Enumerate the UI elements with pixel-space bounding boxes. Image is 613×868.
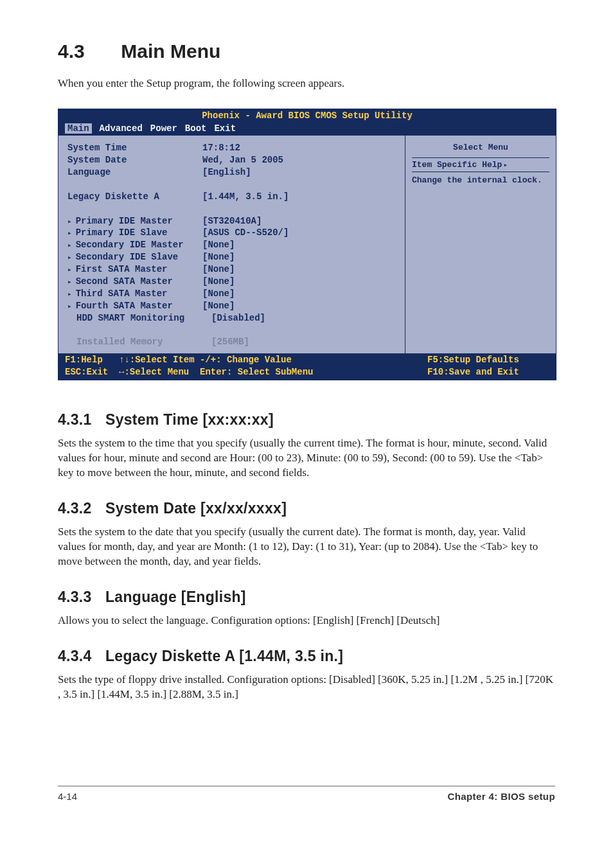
subsection-number: 4.3.1 xyxy=(58,410,105,430)
bios-row-label: Legacy Diskette A xyxy=(67,191,202,203)
bios-row: Secondary IDE Master[None] xyxy=(67,239,405,251)
bios-row: System Time17:8:12 xyxy=(67,142,405,154)
bios-row: Legacy Diskette A[1.44M, 3.5 in.] xyxy=(67,191,405,203)
page-footer: 4-14 Chapter 4: BIOS setup xyxy=(58,786,555,803)
footer-l1c: F5:Setup Defaults xyxy=(427,355,519,365)
bios-menubar: MainAdvancedPowerBootExit xyxy=(58,123,556,136)
bios-row: HDD SMART Monitoring[Disabled] xyxy=(67,312,405,324)
bios-row-value: [256MB] xyxy=(211,336,405,348)
help-text: Change the internal clock. xyxy=(412,175,549,186)
footer-l2b: Enter: Select SubMenu xyxy=(200,367,313,377)
page-title: 4.3 Main Menu xyxy=(58,39,555,65)
bios-title: Phoenix - Award BIOS CMOS Setup Utility xyxy=(58,109,556,123)
bios-row-label: Installed Memory xyxy=(67,336,211,348)
subsection-title: Legacy Diskette A [1.44M, 3.5 in.] xyxy=(105,648,343,664)
subsection-title: System Time [xx:xx:xx] xyxy=(105,411,274,428)
bios-row-value: [None] xyxy=(202,276,405,288)
bios-row-value: [None] xyxy=(202,251,405,263)
bios-row-value: [1.44M, 3.5 in.] xyxy=(202,191,405,203)
page-number: 4-14 xyxy=(58,790,77,803)
bios-row: Installed Memory[256MB] xyxy=(67,336,405,348)
bios-row-label: Secondary IDE Slave xyxy=(67,251,202,263)
bios-row-label: Primary IDE Master xyxy=(67,215,202,227)
bios-help-panel: Select Menu Item Specific Help Change th… xyxy=(405,136,556,353)
bios-footer: F1:Help ↑↓:Select ItemESC:Exit ↔:Select … xyxy=(58,353,556,380)
bios-row-value: [Disabled] xyxy=(211,312,405,324)
bios-row: Primary IDE Master[ST320410A] xyxy=(67,215,405,227)
bios-menu-power: Power xyxy=(150,123,177,134)
subsection-body: Allows you to select the language. Confi… xyxy=(58,614,555,628)
bios-row-value: [ST320410A] xyxy=(202,215,405,227)
bios-row-label: Primary IDE Slave xyxy=(67,227,202,239)
help-select-menu: Select Menu xyxy=(412,142,549,154)
bios-row: Third SATA Master[None] xyxy=(67,288,405,300)
subsection-body: Sets the system to the time that you spe… xyxy=(58,436,555,481)
bios-row: Language[English] xyxy=(67,166,405,179)
bios-row-value: [None] xyxy=(202,300,405,312)
chapter-label: Chapter 4: BIOS setup xyxy=(447,790,555,803)
bios-menu-advanced: Advanced xyxy=(100,123,143,134)
subsection-title: System Date [xx/xx/xxxx] xyxy=(105,500,287,517)
subsection-heading: 4.3.2System Date [xx/xx/xxxx] xyxy=(58,499,555,518)
bios-row-label: HDD SMART Monitoring xyxy=(67,312,211,324)
bios-row: First SATA Master[None] xyxy=(67,263,405,276)
section-number: 4.3 xyxy=(58,39,116,65)
subsection-body: Sets the system to the date that you spe… xyxy=(58,525,555,569)
bios-row-value: Wed, Jan 5 2005 xyxy=(202,154,405,166)
subsection-number: 4.3.2 xyxy=(58,499,105,518)
bios-menu-main: Main xyxy=(65,123,92,134)
subsection-number: 4.3.3 xyxy=(58,587,105,607)
bios-row: System DateWed, Jan 5 2005 xyxy=(67,154,405,166)
bios-row: Fourth SATA Master[None] xyxy=(67,300,405,312)
bios-row-label: Third SATA Master xyxy=(67,288,202,300)
subsection-number: 4.3.4 xyxy=(58,646,105,666)
bios-row-label: System Time xyxy=(67,142,202,154)
bios-row-label: Language xyxy=(67,166,202,179)
bios-row-value: [None] xyxy=(202,288,405,300)
bios-menu-boot: Boot xyxy=(185,123,207,134)
footer-l2a: ESC:Exit ↔:Select Menu xyxy=(65,367,189,377)
subsection-heading: 4.3.4Legacy Diskette A [1.44M, 3.5 in.] xyxy=(58,646,555,666)
bios-row-label: Secondary IDE Master xyxy=(67,239,202,251)
bios-menu-exit: Exit xyxy=(214,123,236,134)
bios-row: Primary IDE Slave[ASUS CD--S520/] xyxy=(67,227,405,239)
bios-row-label: Second SATA Master xyxy=(67,276,202,288)
bios-main-panel: System Time17:8:12System DateWed, Jan 5 … xyxy=(58,136,405,353)
bios-row-value: [ASUS CD--S520/] xyxy=(202,227,405,239)
bios-row-label: First SATA Master xyxy=(67,263,202,276)
bios-row: Second SATA Master[None] xyxy=(67,276,405,288)
subsection-heading: 4.3.1System Time [xx:xx:xx] xyxy=(58,410,555,430)
footer-l1a: F1:Help ↑↓:Select Item xyxy=(65,355,195,365)
bios-row-label: Fourth SATA Master xyxy=(67,300,202,312)
bios-row-label: System Date xyxy=(67,154,202,166)
section-title: Main Menu xyxy=(121,40,220,62)
bios-row-value: 17:8:12 xyxy=(202,142,405,154)
bios-row: Secondary IDE Slave[None] xyxy=(67,251,405,263)
footer-l1b: -/+: Change Value xyxy=(200,355,292,365)
bios-row-value: [English] xyxy=(202,166,405,179)
bios-row-value: [None] xyxy=(202,263,405,276)
bios-row-value: [None] xyxy=(202,239,405,251)
subsection-title: Language [English] xyxy=(105,589,246,605)
subsection-heading: 4.3.3Language [English] xyxy=(58,587,555,607)
intro-text: When you enter the Setup program, the fo… xyxy=(58,76,555,91)
footer-l2c: F10:Save and Exit xyxy=(427,367,519,377)
help-item-specific: Item Specific Help xyxy=(412,160,508,170)
bios-screenshot: Phoenix - Award BIOS CMOS Setup Utility … xyxy=(58,109,556,380)
subsection-body: Sets the type of floppy drive installed.… xyxy=(58,673,555,702)
